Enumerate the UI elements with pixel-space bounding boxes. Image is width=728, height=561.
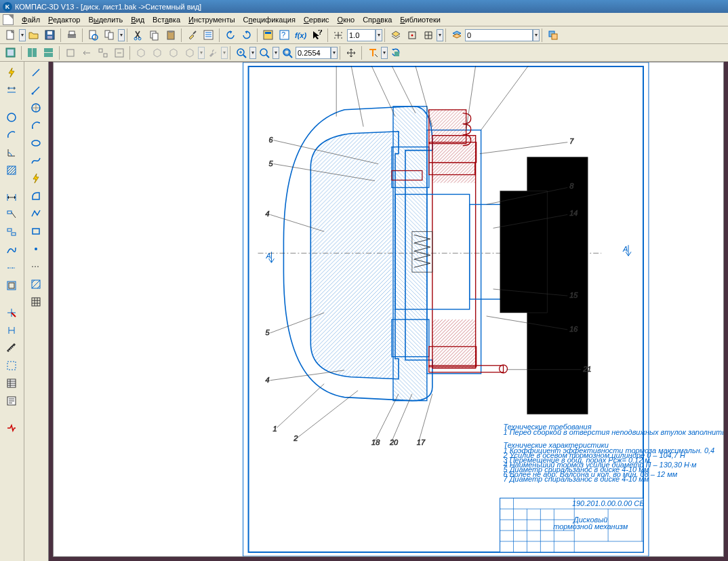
menu-file[interactable]: ФФайлайл: [18, 14, 44, 25]
layer-dropdown[interactable]: ▾: [533, 29, 540, 41]
zoom4-button[interactable]: [112, 45, 127, 60]
cut-button[interactable]: [131, 28, 146, 43]
brush-button[interactable]: [185, 28, 200, 43]
lightning2-icon[interactable]: [26, 170, 45, 187]
undo-button[interactable]: [223, 28, 238, 43]
layer-input[interactable]: [465, 29, 533, 41]
break-icon[interactable]: [2, 420, 21, 436]
axis-icon[interactable]: [2, 260, 21, 276]
select-icon[interactable]: [2, 357, 21, 374]
menu-insert[interactable]: Вставка: [148, 14, 184, 25]
measure-icon[interactable]: [2, 340, 21, 356]
wrench-button[interactable]: [205, 45, 220, 60]
bezier-icon[interactable]: [26, 153, 45, 169]
dim-toggle-icon[interactable]: [2, 82, 21, 98]
preview-dropdown[interactable]: ▾: [118, 29, 125, 41]
hatch-icon[interactable]: [2, 162, 21, 178]
properties-button[interactable]: [201, 28, 216, 43]
wrench-dropdown[interactable]: ▾: [221, 47, 228, 59]
arc2-icon[interactable]: [26, 117, 45, 134]
variables-button[interactable]: ?: [277, 28, 292, 43]
grid-dropdown[interactable]: ▾: [437, 29, 443, 41]
3d4-button[interactable]: [182, 45, 197, 60]
menu-view[interactable]: Вид: [127, 14, 148, 25]
zoom-in-button[interactable]: [234, 45, 249, 60]
zoom-dyn-dropdown[interactable]: ▾: [272, 47, 279, 59]
zoom2-button[interactable]: [79, 45, 94, 60]
draworder-button[interactable]: [546, 28, 561, 43]
table-icon[interactable]: [26, 294, 45, 310]
redo-button[interactable]: [239, 28, 254, 43]
help-cursor-button[interactable]: ?: [310, 28, 325, 43]
frame-icon[interactable]: [2, 277, 21, 294]
dim-linear-icon[interactable]: [2, 189, 21, 206]
text-icon[interactable]: [2, 225, 21, 241]
zoom-value-input[interactable]: [296, 47, 331, 59]
circle2-icon[interactable]: [26, 100, 45, 116]
manager-button[interactable]: [261, 28, 276, 43]
preview2-button[interactable]: [102, 28, 117, 43]
tile-h-button[interactable]: [25, 45, 40, 60]
menu-libs[interactable]: Библиотеки: [396, 14, 445, 25]
point-icon[interactable]: [26, 241, 45, 257]
cursor-config-dropdown[interactable]: ▾: [381, 47, 388, 59]
refresh-button[interactable]: [388, 45, 403, 60]
contour-icon[interactable]: [26, 188, 45, 204]
drawing-canvas[interactable]: 190.201.0.00.0.00 СБ Дисковый тормозной …: [53, 62, 724, 557]
window-tile-button[interactable]: [3, 45, 18, 60]
menu-tools[interactable]: Инструменты: [184, 14, 239, 25]
cursor-config-button[interactable]: [365, 45, 380, 60]
new-dropdown[interactable]: ▾: [19, 29, 26, 41]
line-icon[interactable]: [26, 64, 45, 81]
report-icon[interactable]: [2, 393, 21, 409]
zoom1-button[interactable]: [63, 45, 78, 60]
new-button[interactable]: [3, 28, 18, 43]
polyline-icon[interactable]: [26, 206, 45, 222]
zoom-fit-button[interactable]: [280, 45, 295, 60]
open-button[interactable]: [26, 28, 41, 43]
menu-spec[interactable]: Спецификация: [239, 14, 300, 25]
3d-dropdown[interactable]: ▾: [198, 47, 205, 59]
layer-states-button[interactable]: [449, 28, 464, 43]
leader-icon[interactable]: [2, 207, 21, 223]
3d3-button[interactable]: [166, 45, 181, 60]
layers-button[interactable]: [388, 28, 403, 43]
save-button[interactable]: [43, 28, 58, 43]
rect-icon[interactable]: [26, 223, 45, 239]
zoom-scale-input[interactable]: [347, 29, 376, 41]
arc-icon[interactable]: [2, 127, 21, 143]
menu-service[interactable]: Сервис: [300, 14, 333, 25]
zoom-in-dropdown[interactable]: ▾: [249, 47, 256, 59]
circle-icon[interactable]: [2, 109, 21, 125]
menu-edit[interactable]: Редактор: [44, 14, 84, 25]
angle-icon[interactable]: [2, 144, 21, 161]
pan-button[interactable]: [344, 45, 359, 60]
copy-button[interactable]: [147, 28, 162, 43]
3d2-button[interactable]: [150, 45, 165, 60]
params-icon[interactable]: [2, 322, 21, 338]
zoom-value-dropdown[interactable]: ▾: [331, 47, 338, 59]
zoom100-button[interactable]: [331, 28, 346, 43]
print-button[interactable]: [64, 28, 79, 43]
grid-button[interactable]: [421, 28, 436, 43]
3d1-button[interactable]: [134, 45, 148, 60]
trim-icon[interactable]: [2, 305, 21, 321]
menu-window[interactable]: Окно: [333, 14, 359, 25]
menu-help[interactable]: Справка: [359, 14, 396, 25]
dash-icon[interactable]: [26, 258, 45, 275]
zoom3-button[interactable]: [96, 45, 110, 60]
paste-button[interactable]: [163, 28, 178, 43]
ellipse-icon[interactable]: [26, 135, 45, 151]
snap-button[interactable]: [405, 28, 420, 43]
tile-v-button[interactable]: [41, 45, 56, 60]
spec-icon[interactable]: [2, 375, 21, 391]
menu-select[interactable]: Выделить: [84, 14, 127, 25]
line2-icon[interactable]: [26, 82, 45, 98]
quick-lightning-icon[interactable]: [2, 64, 21, 81]
preview-button[interactable]: [86, 28, 101, 43]
fx-button[interactable]: f(x): [294, 28, 308, 43]
spline-icon[interactable]: [2, 242, 21, 258]
hatch2-icon[interactable]: [26, 276, 45, 292]
zoom-scale-dropdown[interactable]: ▾: [376, 29, 382, 41]
zoom-dyn-button[interactable]: [257, 45, 272, 60]
